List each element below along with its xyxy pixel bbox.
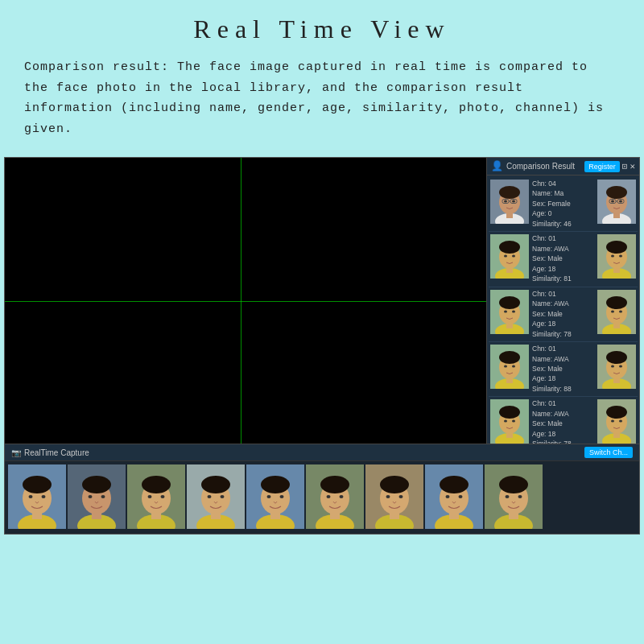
svg-point-94 [142,476,171,493]
svg-point-75 [619,420,622,423]
comparison-item: Chn: 01 Name: AWA Sex: Male Age: 18 Simi… [489,397,638,444]
sex-line: Sex: Female [532,200,594,208]
svg-point-38 [499,296,520,309]
register-button[interactable]: Register [584,161,620,172]
svg-point-124 [399,495,403,498]
svg-point-40 [512,310,515,312]
capture-title: 📷 RealTime Capture [11,448,89,457]
reference-face-image [597,290,636,334]
comparison-info: Chn: 04 Name: Ma Sex: Female Age: 0 Simi… [532,180,594,229]
capture-title-text: RealTime Capture [24,448,89,457]
grid-line-vertical [241,158,242,444]
app-main: 👤 Comparison Result Register ⊡ ✕ [5,158,639,444]
svg-point-67 [504,420,507,423]
svg-point-102 [208,495,212,498]
svg-point-129 [440,476,469,493]
chn-line: Chn: 01 [532,234,594,243]
svg-point-33 [619,255,622,258]
svg-point-101 [201,476,230,493]
comparison-info: Chn: 01 Name: AWA Sex: Male Age: 18 Simi… [532,234,594,283]
capture-thumbnail[interactable] [365,464,423,529]
app-window: 👤 Comparison Result Register ⊡ ✕ [4,157,640,535]
capture-thumbnail[interactable] [306,464,364,529]
bottom-bar: 📷 RealTime Capture Switch Ch... [5,444,639,534]
svg-point-39 [504,310,507,312]
svg-point-109 [267,495,271,498]
svg-point-82 [42,495,46,498]
captured-face-image [490,180,529,224]
svg-point-66 [499,406,520,419]
name-line: Name: AWA [532,299,594,308]
svg-point-138 [518,495,522,498]
comparison-panel: 👤 Comparison Result Register ⊡ ✕ [486,158,639,444]
age-line: Age: 18 [532,374,594,383]
capture-thumbnail[interactable] [187,464,245,529]
svg-point-5 [504,200,507,203]
svg-point-59 [606,351,627,364]
capture-thumbnail[interactable] [485,464,543,529]
capture-thumbnail[interactable] [246,464,304,529]
comparison-header: 👤 Comparison Result Register ⊡ ✕ [487,158,639,175]
capture-strip [5,461,639,534]
sex-line: Sex: Male [532,419,594,428]
capture-thumbnail[interactable] [8,464,66,529]
comparison-info: Chn: 01 Name: AWA Sex: Male Age: 18 Simi… [532,345,594,394]
minimize-icon[interactable]: ⊡ [622,161,628,171]
svg-point-15 [611,200,614,203]
svg-point-61 [619,365,622,368]
name-line: Name: AWA [532,245,594,254]
svg-point-47 [619,310,622,312]
close-icon[interactable]: ✕ [630,161,635,171]
svg-point-88 [89,495,93,498]
reference-face-image [597,345,636,389]
capture-thumbnail[interactable] [68,464,126,529]
camera-icon: 📷 [11,448,21,457]
name-line: Name: Ma [532,189,594,198]
sex-line: Sex: Male [532,365,594,374]
svg-point-122 [380,476,409,493]
svg-point-108 [261,476,290,493]
comparison-item: Chn: 01 Name: AWA Sex: Male Age: 18 Simi… [489,232,638,287]
svg-point-116 [327,495,331,498]
name-line: Name: AWA [532,410,594,419]
svg-point-54 [512,365,515,368]
svg-point-117 [340,495,344,498]
captured-face-image [490,290,529,334]
sex-line: Sex: Male [532,310,594,319]
capture-header: 📷 RealTime Capture Switch Ch... [5,444,639,461]
svg-point-25 [504,255,507,258]
video-area [5,158,486,444]
svg-point-95 [148,495,152,498]
svg-point-73 [606,406,627,419]
svg-point-89 [101,495,105,498]
capture-thumbnail[interactable] [127,464,185,529]
sex-line: Sex: Male [532,254,594,263]
svg-point-115 [320,476,349,493]
svg-point-130 [446,495,450,498]
comparison-item: Chn: 04 Name: Ma Sex: Female Age: 0 Simi… [489,177,638,232]
age-line: Age: 18 [532,320,594,328]
page-wrapper: Real Time View Comparison result: The fa… [0,0,644,644]
header-icons: Register ⊡ ✕ [584,161,635,172]
page-description: Comparison result: The face image captur… [24,57,620,139]
chn-line: Chn: 01 [532,290,594,299]
comparison-header-left: 👤 Comparison Result [491,160,575,172]
age-line: Age: 18 [532,430,594,439]
svg-point-6 [512,200,515,203]
svg-point-80 [23,476,52,493]
chn-line: Chn: 01 [532,399,594,408]
capture-thumbnail[interactable] [425,464,483,529]
grid-line-horizontal [5,301,486,302]
svg-point-81 [29,495,33,498]
switch-channel-button[interactable]: Switch Ch... [584,447,633,458]
svg-point-87 [82,476,111,493]
svg-point-26 [512,255,515,258]
svg-point-96 [161,495,165,498]
svg-point-53 [504,365,507,368]
svg-point-136 [499,476,528,493]
age-line: Age: 0 [532,209,594,218]
svg-point-60 [611,365,614,368]
svg-point-32 [611,255,614,258]
captured-face-image [490,399,529,444]
svg-point-137 [506,495,510,498]
